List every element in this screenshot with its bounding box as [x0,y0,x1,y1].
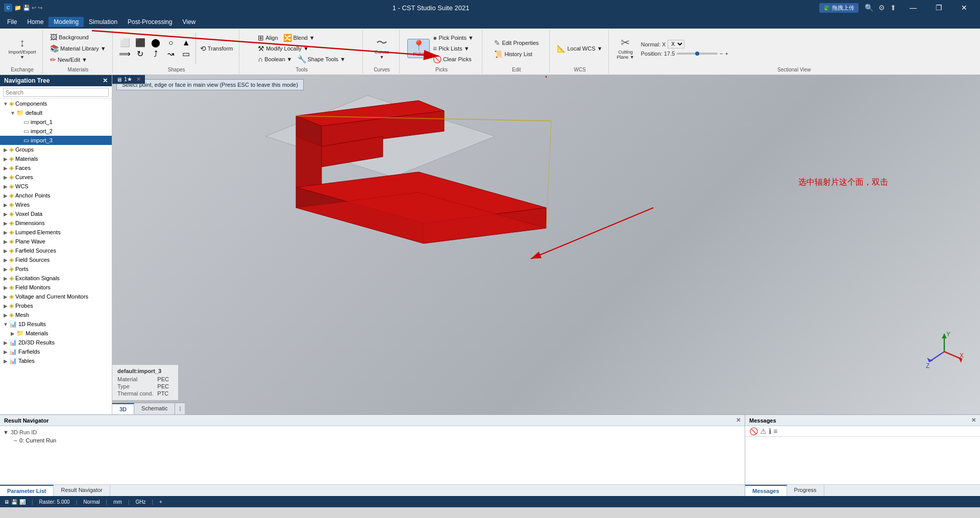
pick-points-button[interactable]: ● Pick Points ▼ [431,33,476,43]
tree-item-wires[interactable]: ▶ ◈ Wires [0,200,112,209]
curves-button[interactable]: 〜 Curves▼ [371,36,393,61]
menu-home[interactable]: Home [22,17,48,27]
normal-select[interactable]: XYZ [668,40,684,48]
cylinder-button[interactable]: ⬛ [133,38,148,48]
msg-info-icon[interactable]: ℹ [769,427,771,435]
toggle-icon[interactable]: ▶ [2,165,9,171]
toggle-icon[interactable]: ▶ [2,303,9,309]
rnav-tab-result-nav[interactable]: Result Navigator [54,485,110,496]
tree-item-import2[interactable]: ▭ import_2 [0,127,112,136]
toggle-icon[interactable]: ▶ [2,211,9,217]
expand-icon[interactable]: ⬆ [890,4,896,12]
menu-simulation[interactable]: Simulation [84,17,122,27]
tree-item-ports[interactable]: ▶ ◈ Ports [0,264,112,274]
toggle-icon[interactable]: ▼ [2,322,9,327]
restore-button[interactable]: ❐ [927,0,950,15]
tree-item-default[interactable]: ▼ 📁 default [0,108,112,117]
menu-file[interactable]: File [2,17,22,27]
sheet-button[interactable]: ▭ [179,49,193,59]
tree-item-farfield-sources[interactable]: ▶ ◈ Farfield Sources [0,246,112,255]
sphere-button[interactable]: ⬤ [149,38,163,48]
modify-locally-button[interactable]: ⚒ Modify Locally ▼ [256,43,311,54]
menu-view[interactable]: View [177,17,201,27]
tree-item-1d-results[interactable]: ▼ 📊 1D Results [0,319,112,329]
tree-item-components[interactable]: ▼ ◈ Components [0,99,112,108]
toggle-icon[interactable]: ▶ [2,285,9,290]
tree-item-groups[interactable]: ▶ ◈ Groups [0,145,112,154]
tree-item-plane-wave[interactable]: ▶ ◈ Plane Wave [0,237,112,246]
settings-icon[interactable]: ⚙ [878,4,885,12]
edit-properties-button[interactable]: ✎ Edit Properties [492,38,541,48]
nav-search-input[interactable] [3,88,109,97]
viewport-tab-active[interactable]: 🖥 1★ ✕ [112,75,145,84]
toggle-icon[interactable]: ▼ [9,110,16,116]
tree-item-probes[interactable]: ▶ ◈ Probes [0,301,112,310]
toggle-icon[interactable]: ▼ [2,101,9,107]
result-nav-close[interactable]: ✕ [736,417,741,424]
background-button[interactable]: 🖼 Background [48,32,91,42]
current-run-item[interactable]: → 0: Current Run [2,436,743,445]
toggle-icon[interactable]: ▶ [2,276,9,281]
messages-close[interactable]: ✕ [971,417,976,424]
torus-button[interactable]: ○ [164,38,178,48]
position-plus[interactable]: + [725,51,728,57]
toggle-icon[interactable]: ▶ [2,156,9,162]
msg-tab-messages[interactable]: Messages [745,485,787,496]
sweep-button[interactable]: ↝ [164,49,178,59]
tree-item-wcs[interactable]: ▶ ◈ WCS [0,182,112,191]
rotate-button[interactable]: ↻ [133,49,148,59]
blend-button[interactable]: 🔀 Blend ▼ [281,33,317,43]
tree-item-voxel-data[interactable]: ▶ ◈ Voxel Data [0,209,112,218]
viewport-tab-close[interactable]: ✕ [136,76,141,83]
msg-error-icon[interactable]: 🚫 [749,427,758,435]
toggle-icon[interactable]: ▶ [2,239,9,244]
toggle-icon[interactable]: ▶ [2,220,9,226]
menu-modeling[interactable]: Modeling [48,17,84,27]
tree-item-anchor-points[interactable]: ▶ ◈ Anchor Points [0,191,112,200]
toggle-icon[interactable]: ▶ [2,349,9,355]
cone-button[interactable]: ▲ [179,38,193,48]
pick-lists-button[interactable]: ≡ Pick Lists ▼ [431,43,476,54]
tree-item-import3[interactable]: ▭ import_3 [0,136,112,145]
position-slider-thumb[interactable] [695,52,699,56]
position-minus[interactable]: − [720,51,723,57]
boolean-button[interactable]: ∩ Boolean ▼ [256,54,294,64]
menu-post-processing[interactable]: Post-Processing [122,17,177,27]
msg-warning-icon[interactable]: ⚠ [760,427,767,435]
position-slider[interactable] [677,53,718,55]
tree-item-import1[interactable]: ▭ import_1 [0,117,112,127]
tree-item-faces[interactable]: ▶ ◈ Faces [0,163,112,172]
toggle-icon[interactable]: ▶ [2,175,9,180]
toggle-icon[interactable]: ▶ [2,230,9,235]
toggle-icon[interactable]: ▶ [2,193,9,199]
upload-button[interactable]: 🐲 拖拽上传 [819,3,859,13]
tree-item-materials-sub[interactable]: ▶ 📁 Materials [0,329,112,338]
align-button[interactable]: ⊞ Align [256,33,280,43]
new-edit-button[interactable]: ✏ New/Edit ▼ [48,55,89,65]
brick-button[interactable]: ⬜ [118,38,132,48]
tree-item-voltage-current-monitors[interactable]: ▶ ◈ Voltage and Current Monitors [0,292,112,301]
loft-button[interactable]: ⤴ [149,49,163,59]
tree-item-mesh[interactable]: ▶ ◈ Mesh [0,310,112,319]
toggle-icon[interactable]: ▶ [2,257,9,263]
rnav-tab-param-list[interactable]: Parameter List [0,485,54,496]
local-wcs-button[interactable]: 📐 Local WCS ▼ [555,43,604,54]
tree-item-farfields[interactable]: ▶ 📊 Farfields [0,347,112,356]
history-list-button[interactable]: 📜 History List [492,49,534,59]
tree-item-curves[interactable]: ▶ ◈ Curves [0,172,112,182]
transform-button[interactable]: ⟲ Transform [198,43,235,54]
tree-item-tables[interactable]: ▶ 📊 Tables [0,356,112,365]
tree-item-field-sources[interactable]: ▶ ◈ Field Sources [0,255,112,264]
tree-item-field-monitors[interactable]: ▶ ◈ Field Monitors [0,283,112,292]
cutting-plane-button[interactable]: ✂ CuttingPlane ▼ [614,36,636,61]
toggle-icon[interactable]: ▶ [2,266,9,272]
msg-list-icon[interactable]: ≡ [773,427,777,435]
minimize-button[interactable]: — [901,0,925,15]
viewport-3d[interactable]: Select point, edge or face in main view … [112,75,980,414]
import-export-button[interactable]: ↕ Import/Export▼ [6,36,38,61]
toggle-icon[interactable]: ▶ [2,294,9,300]
tree-item-lumped-elements[interactable]: ▶ ◈ Lumped Elements [0,228,112,237]
toggle-icon[interactable]: ▶ [2,340,9,346]
toggle-icon[interactable]: ▶ [2,202,9,208]
toggle-icon[interactable]: ▶ [2,248,9,254]
